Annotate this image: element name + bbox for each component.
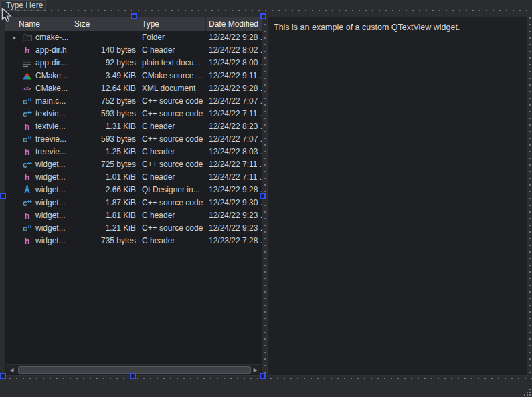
file-name-label: widget... — [35, 196, 66, 209]
file-name-label: widget... — [35, 222, 66, 235]
date-modified-cell: 12/24/22 9:23 . — [205, 222, 262, 235]
table-row[interactable]: c++textvie...593 bytesC++ source code12/… — [5, 108, 262, 120]
table-row[interactable]: cmake-...Folder12/24/22 9:28 . — [5, 31, 262, 44]
file-size-cell: 140 bytes — [70, 44, 139, 57]
date-modified-cell: 12/24/22 9:28 . — [205, 184, 262, 196]
cmake-icon — [21, 70, 33, 82]
file-type-cell: XML document — [139, 82, 205, 95]
scroll-left-icon[interactable]: ◀ — [7, 366, 17, 374]
selection-handle-mid-left[interactable] — [0, 193, 6, 199]
branch-expand-icon[interactable] — [10, 36, 19, 40]
file-name-cell: htreevie... — [5, 146, 70, 158]
file-size-cell: 92 bytes — [70, 57, 139, 70]
cpp-icon: c++ — [21, 133, 33, 146]
file-name-label: widget... — [35, 158, 66, 171]
cpp-icon: c++ — [21, 222, 33, 235]
file-size-cell: 735 bytes — [70, 235, 139, 247]
table-row[interactable]: htextvie...1.31 KiBC header12/24/22 8:23… — [5, 120, 262, 133]
selection-handle-top-right[interactable] — [260, 13, 266, 19]
table-row[interactable]: happ-dir.h140 bytesC header12/24/22 8:02… — [5, 44, 262, 57]
column-separator[interactable] — [205, 17, 206, 31]
file-name-cell: c++widget... — [5, 222, 70, 235]
file-name-label: widget... — [35, 171, 66, 184]
file-type-cell: CMake source ... — [139, 70, 205, 82]
qt-designer-form: Type Here Name Size Type Date Modified c… — [0, 0, 532, 397]
file-name-cell: app-dir.... — [5, 57, 70, 70]
file-name-cell: cmake-... — [5, 31, 70, 44]
selection-handle-bottom-middle[interactable] — [130, 373, 136, 379]
grid-dots-bottom — [3, 378, 532, 379]
file-type-cell: Folder — [139, 31, 205, 44]
table-row[interactable]: CMake...3.49 KiBCMake source ...12/24/22… — [5, 70, 262, 82]
date-modified-cell: 12/24/22 9:11 . — [205, 70, 262, 82]
column-header-date-modified[interactable]: Date Modified — [205, 17, 262, 31]
cpp-icon: c++ — [21, 196, 33, 209]
file-name-label: CMake... — [35, 82, 68, 95]
file-name-cell: hwidget... — [5, 209, 70, 222]
qt-ui-icon: Å — [21, 184, 33, 196]
resize-grip[interactable] — [523, 388, 531, 396]
selection-handle-mid-right[interactable] — [260, 193, 266, 199]
selection-handle-top-middle[interactable] — [131, 13, 137, 19]
grid-dots-top — [17, 10, 532, 11]
file-name-cell: c++widget... — [5, 196, 70, 209]
file-name-label: app-dir.h — [35, 44, 67, 57]
text-view-content: This is an example of a custom QTextView… — [274, 23, 460, 32]
selection-handle-bottom-left[interactable] — [0, 373, 6, 379]
file-type-cell: Qt Designer in... — [139, 184, 205, 196]
file-name-label: app-dir.... — [35, 57, 69, 70]
c-header-icon: h — [21, 171, 33, 184]
file-tree-view[interactable]: Name Size Type Date Modified cmake-...Fo… — [5, 17, 262, 376]
column-separator[interactable] — [139, 17, 139, 31]
file-size-cell: 752 bytes — [70, 95, 139, 108]
file-name-cell: c++textvie... — [5, 108, 70, 120]
date-modified-cell: 12/24/22 9:28 . — [205, 31, 262, 44]
table-row[interactable]: c++widget...1.87 KiBC++ source code12/24… — [5, 196, 262, 209]
file-name-label: widget... — [35, 184, 66, 196]
table-row[interactable]: hwidget...1.81 KiBC header12/24/22 9:23 … — [5, 209, 262, 222]
table-row[interactable]: c++widget...1.21 KiBC++ source code12/24… — [5, 222, 262, 235]
column-header-name[interactable]: Name — [5, 17, 70, 31]
date-modified-cell: 12/24/22 8:03 . — [205, 146, 262, 158]
file-name-label: cmake-... — [35, 31, 68, 44]
file-name-label: CMake... — [35, 70, 68, 82]
file-name-cell: c++widget... — [5, 158, 70, 171]
table-row[interactable]: c++treevie...593 bytesC++ source code12/… — [5, 133, 262, 146]
file-type-cell: plain text docu... — [139, 57, 205, 70]
cpp-icon: c++ — [21, 108, 33, 120]
table-row[interactable]: app-dir....92 bytesplain text docu...12/… — [5, 57, 262, 70]
file-type-cell: C++ source code — [139, 108, 205, 120]
file-name-cell: c++main.c... — [5, 95, 70, 108]
file-type-cell: C++ source code — [139, 222, 205, 235]
file-name-cell: happ-dir.h — [5, 44, 70, 57]
file-type-cell: C header — [139, 44, 205, 57]
column-header-type[interactable]: Type — [139, 17, 205, 31]
table-row[interactable]: hwidget...735 bytesC header12/23/22 7:28… — [5, 235, 262, 247]
date-modified-cell: 12/24/22 8:00 . — [205, 57, 262, 70]
selection-handle-bottom-right[interactable] — [260, 373, 266, 379]
tree-header: Name Size Type Date Modified — [5, 17, 262, 31]
table-row[interactable]: </>CMake...12.64 KiBXML document12/24/22… — [5, 82, 262, 95]
table-row[interactable]: hwidget...1.01 KiBC header12/24/22 7:11 … — [5, 171, 262, 184]
file-type-cell: C header — [139, 235, 205, 247]
cpp-icon: c++ — [21, 158, 33, 171]
xml-icon: </> — [21, 82, 33, 95]
file-type-cell: C++ source code — [139, 133, 205, 146]
table-row[interactable]: c++main.c...752 bytesC++ source code12/2… — [5, 95, 262, 108]
scrollbar-thumb[interactable] — [18, 366, 251, 374]
table-row[interactable]: htreevie...1.25 KiBC header12/24/22 8:03… — [5, 146, 262, 158]
text-view[interactable]: This is an example of a custom QTextView… — [267, 17, 527, 376]
file-type-cell: C++ source code — [139, 158, 205, 171]
file-type-cell: C++ source code — [139, 196, 205, 209]
table-row[interactable]: c++widget...725 bytesC++ source code12/2… — [5, 158, 262, 171]
mouse-cursor-icon — [1, 8, 12, 23]
table-row[interactable]: Åwidget...2.66 KiBQt Designer in...12/24… — [5, 184, 262, 196]
file-name-cell: CMake... — [5, 70, 70, 82]
column-separator[interactable] — [70, 17, 70, 31]
column-header-size[interactable]: Size — [70, 17, 139, 31]
file-name-label: treevie... — [35, 133, 66, 146]
date-modified-cell: 12/24/22 9:28 . — [205, 82, 262, 95]
file-name-cell: c++treevie... — [5, 133, 70, 146]
scroll-right-icon[interactable]: ▶ — [250, 366, 260, 374]
file-name-cell: Åwidget... — [5, 184, 70, 196]
